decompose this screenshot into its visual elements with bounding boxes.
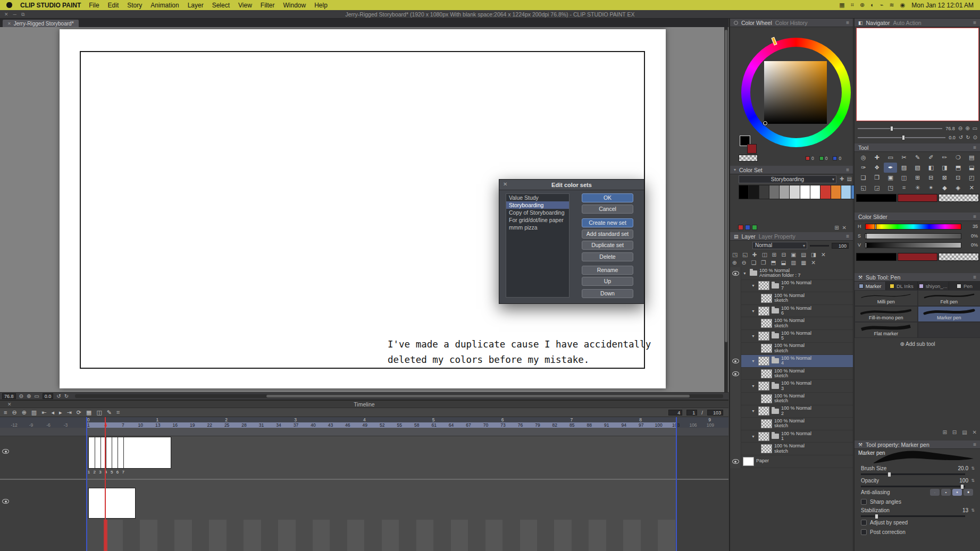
tool-icon[interactable]: ◲ (870, 183, 883, 193)
tool-icon[interactable]: ◆ (938, 183, 951, 193)
track-visibility-eye-icon[interactable] (2, 499, 9, 504)
tool-icon[interactable]: ◱ (857, 183, 870, 193)
slider-handle[interactable] (890, 126, 893, 131)
menu-filter[interactable]: Filter (261, 2, 275, 9)
canvas-horizontal-scrollbar[interactable] (75, 394, 723, 398)
layer-toolbar-icon[interactable]: ❏ (751, 259, 756, 266)
timeline-toolbar-icon[interactable]: ⇤ (41, 409, 46, 416)
layer-row[interactable]: 100 % Normalsketch (730, 443, 853, 455)
mini-color-swatch[interactable] (738, 225, 743, 230)
scrollbar-thumb[interactable] (725, 30, 727, 342)
opacity-slider[interactable] (861, 486, 965, 487)
layer-visibility-cell[interactable] (730, 393, 741, 405)
opacity-value[interactable]: 100 (832, 243, 849, 249)
timeline-toolbar-icon[interactable]: ▸ (59, 409, 62, 416)
slider-handle[interactable] (865, 242, 867, 248)
timeline-toolbar-icon[interactable]: ▦ (86, 409, 91, 416)
navigator-preview[interactable] (856, 28, 979, 121)
main-color-black-chip[interactable] (856, 194, 897, 202)
anti-aliasing-strong-button[interactable]: • (964, 489, 973, 496)
tool-icon[interactable]: ⬓ (965, 163, 978, 173)
subtool-footer-icon[interactable]: ⊟ (952, 429, 957, 435)
slider-handle[interactable] (902, 135, 905, 140)
slider-handle[interactable] (875, 224, 876, 230)
window-control-0[interactable]: ✕ (4, 12, 9, 17)
expand-arrow-icon[interactable]: ▼ (751, 334, 756, 338)
rotate-icon[interactable]: ↺ (56, 393, 61, 399)
layer-row[interactable]: 100 % Normalsketch (730, 343, 853, 355)
tool-icon[interactable]: ▤ (965, 152, 978, 163)
track-separator[interactable] (0, 479, 728, 480)
status-icon-4[interactable]: ⌁ (880, 2, 884, 9)
layer-row[interactable]: ▼100 % Normal2 (730, 405, 853, 418)
layer-row[interactable]: ▼100 % Normal6 (730, 305, 853, 318)
color-swatch[interactable] (749, 185, 759, 199)
brush-size-value[interactable]: 20.0 (958, 465, 968, 471)
stabilization-value[interactable]: 13 (962, 507, 968, 513)
tool-icon[interactable]: ✐ (924, 152, 937, 163)
sharp-angles-checkbox[interactable] (861, 499, 867, 505)
eye-icon[interactable] (732, 271, 739, 276)
start-frame-input[interactable]: 1 (686, 410, 697, 416)
layer-visibility-cell[interactable] (730, 368, 741, 380)
color-set-header-icon[interactable]: ✚ (840, 176, 844, 182)
subtool-item-fill-in-mono-pen[interactable]: Fill-in-mono pen (855, 306, 918, 322)
mini-color-swatch[interactable] (752, 225, 757, 230)
timeline-close-icon[interactable]: ✕ (7, 402, 12, 407)
opacity-slider[interactable] (810, 245, 829, 247)
navigator-rotation-value[interactable]: 0.0 (949, 135, 956, 140)
tool-icon[interactable]: ✒ (884, 163, 897, 173)
tool-icon[interactable]: ◧ (924, 163, 937, 173)
color-set-header-icon[interactable]: ▤ (847, 176, 851, 182)
anti-aliasing-none-button[interactable]: · (930, 489, 940, 496)
dialog-button-duplicate-set[interactable]: Duplicate set (582, 241, 633, 250)
app-name[interactable]: CLIP STUDIO PAINT (20, 2, 81, 9)
layer-toolbar-icon[interactable]: ◱ (742, 251, 748, 258)
background-color-chip[interactable] (747, 144, 757, 154)
tab-color-history[interactable]: Color History (775, 20, 808, 26)
tool-icon[interactable]: ▣ (884, 173, 897, 183)
expand-arrow-icon[interactable]: ▼ (751, 409, 756, 413)
dialog-button-add-standard-set[interactable]: Add standard set (582, 230, 633, 239)
timeline-toolbar-icon[interactable]: ⊖ (12, 409, 16, 416)
zoom-icon[interactable]: ⊕ (27, 393, 31, 399)
tool-icon[interactable]: ✴ (924, 183, 937, 193)
in-point-marker[interactable] (86, 417, 87, 551)
timeline-toolbar-icon[interactable]: ≡ (4, 409, 7, 416)
subtool-tab-marker[interactable]: Marker (855, 282, 886, 290)
tab-layer[interactable]: Layer (742, 233, 756, 240)
layer-toolbar-icon[interactable]: ✕ (821, 251, 826, 258)
panel-menu-icon[interactable]: ≡ (973, 214, 976, 219)
subtool-footer-icon[interactable]: ✕ (973, 429, 977, 435)
tool-icon[interactable]: ✚ (870, 152, 883, 163)
expand-arrow-icon[interactable]: ▼ (743, 272, 748, 275)
layer-row[interactable]: 100 % Normalsketch (730, 292, 853, 305)
layer-toolbar-icon[interactable]: ⊟ (781, 251, 786, 258)
sub-color-red-chip[interactable] (898, 253, 938, 261)
expand-arrow-icon[interactable]: ▼ (751, 435, 756, 438)
transparent-color-chip[interactable] (739, 155, 758, 162)
layer-visibility-cell[interactable] (730, 280, 741, 293)
timeline-ruler[interactable]: 0123456789 -12-9-6-314710131619222528313… (0, 417, 728, 428)
tool-icon[interactable]: ▧ (911, 163, 924, 173)
layer-visibility-cell[interactable] (730, 305, 741, 318)
subtool-footer-icon[interactable]: ▤ (962, 429, 967, 435)
collapse-arrow-icon[interactable]: ▾ (734, 167, 736, 172)
tool-icon[interactable]: ◈ (951, 183, 965, 193)
anti-aliasing-medium-button[interactable]: • (952, 489, 962, 496)
timeline-tracks[interactable]: 1234567 (0, 428, 728, 551)
tool-icon[interactable]: ✕ (965, 183, 978, 193)
color-swatch[interactable] (810, 185, 820, 199)
layer-row[interactable]: ▼100 % NormalAnimation folder : 7 (730, 267, 853, 280)
color-swatch[interactable] (800, 185, 810, 199)
layer-toolbar-icon[interactable]: ◫ (762, 251, 767, 258)
color-set-footer-icon[interactable]: ⊞ (834, 225, 839, 231)
layer-visibility-cell[interactable] (730, 443, 741, 455)
tool-icon[interactable]: ▭ (884, 152, 897, 163)
subtool-tab-dl-inks[interactable]: DL Inks (886, 282, 917, 290)
layer-visibility-cell[interactable] (730, 292, 741, 305)
layer-toolbar-icon[interactable]: ❐ (761, 259, 766, 266)
color-set-item-for-grid-dot-line-paper[interactable]: For grid/dot/line paper (506, 216, 569, 224)
tab-auto-action[interactable]: Auto Action (893, 20, 921, 26)
tool-icon[interactable]: ◎ (857, 152, 870, 163)
